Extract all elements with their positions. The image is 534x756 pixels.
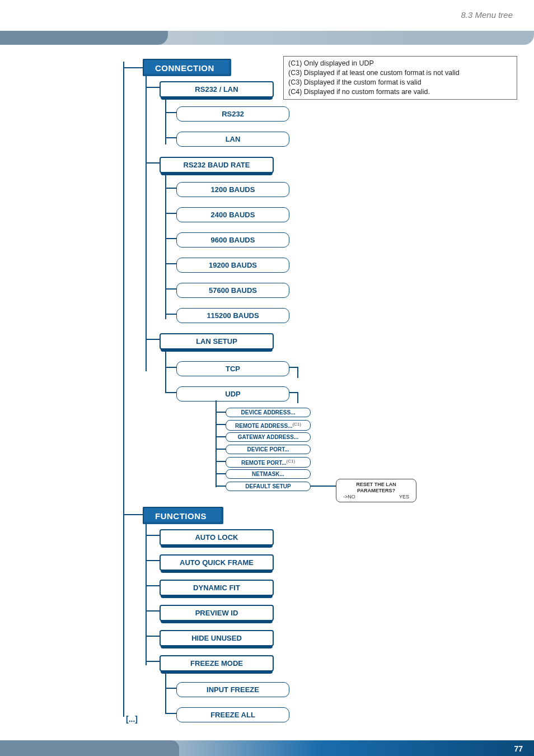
connector [146, 339, 160, 340]
connector [216, 449, 226, 450]
input-freeze[interactable]: INPUT FREEZE [176, 682, 289, 697]
legend-box: (C1) Only displayed in UDP (C3) Displaye… [283, 56, 517, 100]
rs232-option[interactable]: RS232 [176, 106, 289, 122]
connector [165, 352, 166, 392]
connector [146, 87, 160, 88]
connector [165, 213, 176, 214]
remote-address[interactable]: REMOTE ADDRESS...(C1) [226, 420, 311, 431]
connector [216, 412, 226, 413]
header-inner [0, 31, 168, 45]
connector [165, 188, 176, 189]
connector [165, 263, 176, 264]
connector [165, 367, 176, 368]
tcp-option[interactable]: TCP [176, 361, 289, 376]
connector [216, 436, 226, 437]
auto-lock[interactable]: AUTO LOCK [160, 529, 274, 545]
hide-unused[interactable]: HIDE UNUSED [160, 630, 274, 646]
connector [123, 67, 143, 68]
connector [123, 514, 143, 515]
connector [146, 162, 160, 164]
freeze-mode-node[interactable]: FREEZE MODE [160, 655, 274, 671]
connector [146, 535, 160, 536]
remote-port[interactable]: REMOTE PORT...(C1) [226, 457, 311, 468]
reset-lan-no[interactable]: ->NO [343, 494, 355, 500]
freeze-all[interactable]: FREEZE ALL [176, 707, 289, 722]
tree-spine [123, 62, 124, 717]
baud-rate-node[interactable]: RS232 BAUD RATE [160, 157, 274, 173]
baud-1200[interactable]: 1200 BAUDS [176, 182, 289, 197]
baud-57600[interactable]: 57600 BAUDS [176, 283, 289, 298]
baud-2400[interactable]: 2400 BAUDS [176, 207, 289, 222]
connector [165, 674, 166, 714]
section-title: 8.3 Menu tree [461, 10, 513, 20]
connector [146, 524, 147, 665]
functions-header[interactable]: FUNCTIONS [143, 507, 223, 524]
footer-inner [0, 740, 179, 756]
device-port[interactable]: DEVICE PORT... [226, 445, 311, 454]
connector [146, 560, 160, 561]
connector [146, 636, 160, 637]
gateway-address[interactable]: GATEWAY ADDRESS... [226, 432, 311, 442]
connector [216, 461, 226, 462]
connector [311, 486, 336, 487]
connector [165, 112, 176, 113]
reset-lan-dialog[interactable]: RESET THE LAN PARAMETERS? ->NO YES [336, 479, 416, 502]
device-address[interactable]: DEVICE ADDRESS... [226, 408, 311, 417]
connector [165, 392, 176, 393]
netmask[interactable]: NETMASK... [226, 469, 311, 479]
legend-line-3: (C3) Displayed if the custom format is v… [288, 78, 512, 87]
connector [165, 314, 176, 315]
legend-line-1: (C1) Only displayed in UDP [288, 59, 512, 68]
connector [146, 585, 160, 586]
baud-19200[interactable]: 19200 BAUDS [176, 258, 289, 273]
connector [165, 688, 176, 689]
connector [165, 238, 176, 239]
connector [297, 367, 298, 378]
reset-lan-yes[interactable]: YES [399, 494, 409, 500]
connector [165, 713, 176, 714]
dynamic-fit[interactable]: DYNAMIC FIT [160, 580, 274, 596]
udp-option[interactable]: UDP [176, 386, 289, 402]
preview-id[interactable]: PREVIEW ID [160, 605, 274, 621]
connector [216, 473, 226, 474]
connector [165, 137, 176, 138]
connector [165, 175, 166, 319]
tree-continuation: [...] [126, 715, 138, 724]
lan-option[interactable]: LAN [176, 132, 289, 147]
legend-line-2: (C3) Displayed if at least one custom fo… [288, 68, 512, 78]
lan-setup-node[interactable]: LAN SETUP [160, 333, 274, 349]
baud-9600[interactable]: 9600 BAUDS [176, 232, 289, 248]
connector [216, 486, 226, 487]
legend-line-4: (C4) Displayed if no custom formats are … [288, 87, 512, 97]
connector [165, 288, 176, 290]
default-setup[interactable]: DEFAULT SETUP [226, 482, 311, 491]
page-number: 77 [514, 744, 523, 753]
connection-header[interactable]: CONNECTION [143, 59, 231, 76]
connector [146, 76, 147, 371]
connector [216, 424, 226, 425]
reset-lan-title: RESET THE LAN PARAMETERS? [340, 482, 413, 494]
connector [146, 610, 160, 612]
rs232-lan-node[interactable]: RS232 / LAN [160, 81, 274, 97]
auto-quick-frame[interactable]: AUTO QUICK FRAME [160, 554, 274, 571]
baud-115200[interactable]: 115200 BAUDS [176, 308, 289, 323]
connector [146, 661, 160, 662]
connector [297, 392, 298, 403]
